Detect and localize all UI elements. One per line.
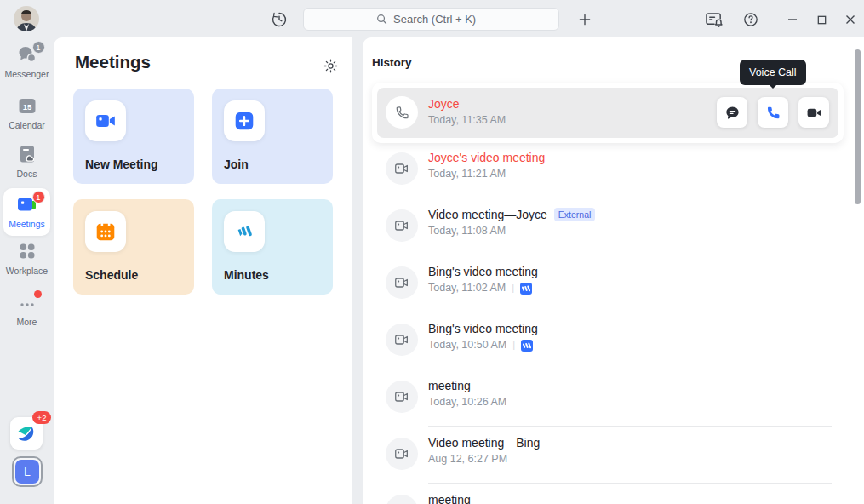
minutes-icon — [224, 211, 265, 252]
join-icon — [224, 100, 265, 141]
new-meeting-icon — [85, 100, 126, 141]
card-label: Schedule — [85, 268, 138, 282]
history-row[interactable]: meeting Today, 10:26 AM — [372, 369, 844, 427]
maximize-icon[interactable] — [811, 9, 832, 30]
app-badge: +2 — [32, 411, 51, 424]
video-call-button[interactable] — [798, 97, 829, 128]
sidebar-item-label: Workplace — [6, 266, 48, 276]
history-row-time: Aug 12, 6:27 PM — [428, 451, 507, 467]
history-row[interactable]: Video meeting—Bing Aug 12, 6:27 PM — [372, 427, 844, 484]
new-meeting-card[interactable]: New Meeting — [73, 89, 194, 184]
join-card[interactable]: Join — [212, 89, 333, 184]
history-row-time: Today, 11:08 AM — [428, 223, 506, 239]
minutes-card[interactable]: Minutes — [212, 199, 333, 295]
external-badge: External — [554, 208, 596, 221]
history-row-time: Today, 11:02 AM — [428, 280, 506, 296]
plus-icon[interactable] — [575, 9, 595, 30]
minimize-icon[interactable] — [782, 9, 803, 30]
voice-call-tooltip: Voice Call — [740, 60, 806, 85]
video-meeting-icon — [386, 495, 418, 504]
sidebar-item-workplace[interactable]: Workplace — [0, 239, 54, 278]
sidebar-item-meetings[interactable]: 1 Meetings — [3, 188, 50, 236]
history-list: Joyce's video meeting Today, 11:21 AM Vi… — [372, 141, 844, 504]
schedule-card[interactable]: Schedule — [73, 199, 194, 295]
page-title: Meetings — [75, 52, 151, 72]
minutes-link-icon[interactable] — [521, 340, 533, 352]
sidebar-item-label: More — [17, 317, 37, 327]
history-row-title: meeting — [428, 377, 471, 394]
docs-icon — [17, 144, 37, 168]
workplace-icon — [18, 242, 37, 264]
sidebar-item-label: Docs — [17, 169, 37, 179]
tenant-avatar[interactable]: L — [12, 456, 43, 487]
schedule-icon — [85, 211, 126, 252]
search-box[interactable] — [303, 8, 559, 31]
history-row-title: Video meeting—Joyce — [428, 206, 547, 223]
history-row-joyce[interactable]: Joyce Today, 11:35 AM — [377, 88, 838, 138]
more-icon — [17, 295, 37, 313]
sidebar-item-messenger[interactable]: 1 Messenger — [0, 43, 54, 82]
history-row-time: Today, 10:26 AM — [428, 394, 506, 410]
history-row-time: Today, 11:21 AM — [428, 166, 506, 182]
history-row-title: meeting — [428, 491, 471, 504]
sidebar-item-docs[interactable]: Docs — [0, 143, 54, 180]
topbar — [0, 0, 864, 37]
tenant-avatar-initial: L — [15, 460, 39, 484]
chat-button[interactable] — [717, 97, 747, 128]
badge — [34, 290, 42, 298]
history-row-title: Video meeting—Bing — [428, 434, 540, 451]
voice-call-button[interactable] — [758, 97, 788, 128]
phone-icon — [386, 96, 418, 129]
video-meeting-icon — [386, 266, 418, 299]
calendar-icon: 15 — [17, 95, 37, 119]
sidebar-item-label: Calendar — [9, 120, 45, 130]
video-meeting-icon — [386, 324, 418, 356]
history-row-title: Joyce's video meeting — [428, 149, 545, 166]
history-row-title: Bing's video meeting — [428, 263, 538, 280]
history-row-time: Today, 11:35 AM — [428, 112, 506, 129]
history-row[interactable]: Joyce's video meeting Today, 11:21 AM — [372, 141, 844, 198]
history-row[interactable]: Bing's video meeting Today, 10:50 AM | — [372, 312, 844, 369]
meetings-panel: Meetings New Meeting Join Schedule — [54, 37, 352, 504]
history-icon[interactable] — [269, 9, 289, 30]
video-meeting-icon — [386, 209, 418, 242]
sidebar-item-label: Messenger — [5, 69, 49, 79]
close-icon[interactable] — [840, 9, 861, 30]
minutes-link-icon[interactable] — [520, 283, 532, 295]
sidebar-item-more[interactable]: More — [0, 290, 54, 329]
sidebar: 1 Messenger 15 Calendar Docs 1 Meetings … — [0, 0, 54, 504]
badge: 1 — [32, 41, 45, 54]
video-meeting-icon — [386, 438, 418, 470]
history-title: History — [372, 56, 412, 69]
badge: 1 — [32, 191, 45, 203]
sidebar-item-label: Meetings — [9, 219, 45, 229]
card-label: New Meeting — [85, 158, 158, 171]
svg-text:15: 15 — [22, 101, 31, 111]
video-meeting-icon — [386, 152, 418, 185]
sidebar-item-calendar[interactable]: 15 Calendar — [0, 94, 54, 132]
user-avatar[interactable] — [14, 6, 39, 32]
gear-icon[interactable] — [321, 56, 340, 75]
help-icon[interactable] — [741, 9, 761, 30]
history-row[interactable]: Bing's video meeting Today, 11:02 AM | — [372, 255, 844, 312]
app-window: 1 Messenger 15 Calendar Docs 1 Meetings … — [0, 0, 864, 504]
history-row-time: Today, 10:50 AM — [428, 337, 506, 353]
history-row-title: Joyce — [428, 95, 506, 112]
history-row[interactable]: Video meeting—Joyce External Today, 11:0… — [372, 198, 844, 255]
history-panel: History Joyce Today, 11:35 AM — [363, 37, 864, 504]
search-icon — [375, 13, 388, 26]
video-meeting-icon — [386, 381, 418, 413]
card-label: Minutes — [224, 268, 269, 282]
history-row-title: Bing's video meeting — [428, 320, 538, 337]
history-row[interactable]: meeting — [372, 484, 844, 504]
notification-icon[interactable] — [704, 9, 724, 30]
scrollbar-thumb[interactable] — [855, 49, 861, 204]
card-label: Join — [224, 158, 249, 171]
search-input[interactable] — [393, 13, 487, 26]
